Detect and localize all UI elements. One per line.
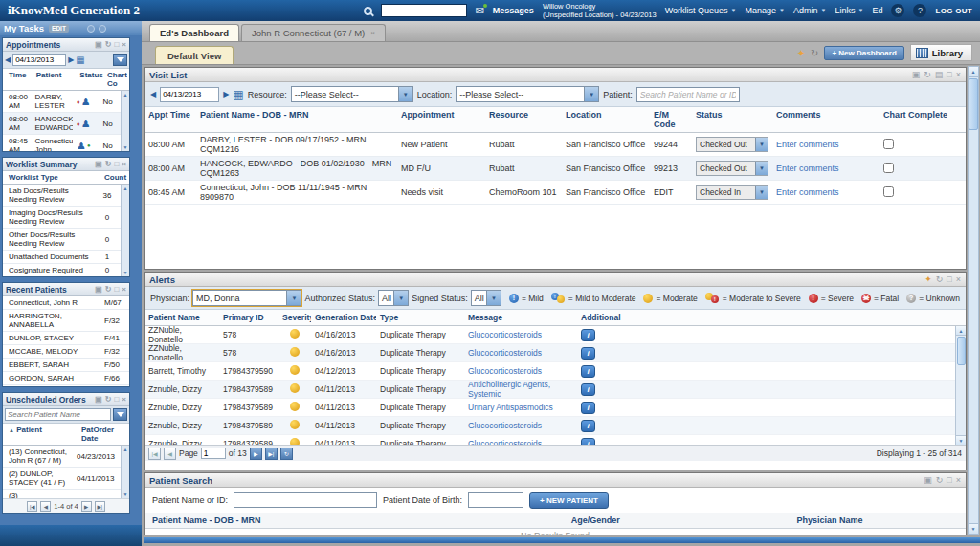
col-status[interactable]: Status: [692, 110, 772, 129]
close-icon[interactable]: ×: [122, 41, 126, 49]
scrollbar[interactable]: ▲▼: [121, 446, 129, 498]
col-patorder-date[interactable]: PatOrder Date: [78, 426, 127, 443]
logout-button[interactable]: LOG OUT: [935, 7, 972, 15]
col-patient[interactable]: ▲ Patient: [5, 426, 78, 443]
refresh-icon[interactable]: ↻: [280, 448, 293, 460]
close-icon[interactable]: ×: [956, 274, 961, 284]
alert-row[interactable]: Zznuble, Dizzy17984379589 04/11/2013Dupl…: [145, 399, 955, 417]
scrollbar-thumb[interactable]: [957, 337, 966, 365]
info-button[interactable]: i: [581, 347, 595, 360]
maximize-icon[interactable]: □: [947, 70, 951, 79]
user-menu[interactable]: Ed: [872, 6, 882, 15]
recent-patient-row[interactable]: DUNLOP, STACEYF/41: [3, 332, 129, 345]
visit-patient-search-input[interactable]: [636, 87, 740, 102]
recent-patient-row[interactable]: zzPatient, TestF/48: [3, 385, 129, 386]
calendar-icon[interactable]: ▦: [76, 55, 84, 65]
location-select[interactable]: --Please Select--▼: [456, 86, 599, 102]
visit-row[interactable]: 08:45 AM Connecticut, John - DOB 11/11/1…: [145, 181, 966, 205]
scroll-down-icon[interactable]: ▼: [969, 523, 978, 534]
resource-select[interactable]: --Please Select--▼: [291, 86, 413, 102]
scrollbar-thumb[interactable]: [969, 78, 978, 130]
unscheduled-order-row[interactable]: (2) DUNLOP, STACEY (41 / F)04/11/2013: [3, 468, 121, 490]
next-day-button[interactable]: ▶: [223, 91, 229, 98]
col-time[interactable]: Time: [5, 71, 33, 88]
col-chart-complete[interactable]: Chart Complete: [880, 110, 956, 129]
refresh-icon[interactable]: ↻: [936, 274, 944, 284]
menu-links[interactable]: Links▼: [835, 6, 863, 15]
col-additional-info[interactable]: Additional I...: [577, 313, 621, 322]
new-dashboard-button[interactable]: + New Dashboard: [824, 46, 903, 60]
physician-select[interactable]: MD, Donna▼: [192, 290, 301, 306]
worklist-row[interactable]: Other Docs/Results Needing Review0: [3, 229, 121, 251]
messages-icon[interactable]: ✉: [476, 6, 484, 16]
prev-page-button[interactable]: ◀: [40, 501, 51, 512]
col-type[interactable]: Type: [376, 313, 464, 322]
pin-icon[interactable]: ✦: [924, 274, 932, 284]
maximize-icon[interactable]: □: [114, 396, 119, 404]
next-page-button[interactable]: ▶: [250, 448, 262, 460]
maximize-icon[interactable]: □: [947, 475, 951, 485]
col-chart[interactable]: Chart Co: [103, 71, 127, 88]
col-patient-name[interactable]: Patient Name: [145, 313, 219, 322]
help-icon[interactable]: ?: [913, 4, 926, 17]
refresh-icon[interactable]: ↻: [105, 396, 112, 404]
col-appointment[interactable]: Appointment: [397, 110, 485, 129]
detach-icon[interactable]: ▣: [95, 396, 102, 404]
alert-message-link[interactable]: Glucocorticosteroids: [464, 348, 577, 358]
detach-icon[interactable]: ▣: [924, 475, 932, 485]
col-age-gender[interactable]: Age/Gender: [571, 515, 797, 525]
recent-patient-row[interactable]: Connecticut, John RM/67: [3, 296, 129, 310]
worklist-row[interactable]: Unattached Documents1: [3, 251, 121, 264]
unscheduled-order-row[interactable]: (3) HARRINGTON, ANNABELLA (32 / F)04/11/…: [3, 490, 121, 498]
maximize-icon[interactable]: □: [947, 274, 951, 284]
detach-icon[interactable]: ▣: [95, 161, 102, 168]
visit-date-input[interactable]: [160, 87, 219, 102]
col-status[interactable]: Status: [76, 71, 103, 88]
alert-message-link[interactable]: Urinary Antispasmodics: [464, 403, 577, 412]
refresh-icon[interactable]: ↻: [105, 161, 112, 168]
close-icon[interactable]: ×: [956, 70, 961, 79]
patient-name-input[interactable]: [234, 492, 377, 508]
filter-button[interactable]: [113, 54, 127, 66]
detach-icon[interactable]: ▣: [912, 70, 921, 79]
refresh-icon[interactable]: ↻: [105, 41, 112, 49]
info-button[interactable]: i: [581, 365, 595, 378]
appointment-row[interactable]: 08:45 AM Connecticut, John ♟● No: [3, 135, 121, 151]
maximize-icon[interactable]: □: [114, 286, 119, 294]
last-page-button[interactable]: ▶|: [265, 448, 278, 460]
recent-patient-row[interactable]: HARRINGTON, ANNABELLAF/32: [3, 310, 129, 332]
col-generation-date[interactable]: Generation Date ▼: [311, 313, 376, 322]
chart-complete-checkbox[interactable]: [883, 163, 894, 173]
tab-default-view[interactable]: Default View: [155, 46, 234, 64]
tab-eds-dashboard[interactable]: Ed's Dashboard: [149, 24, 239, 41]
appointment-row[interactable]: 08:00 AM DARBY, LESTER ♦♟ No: [3, 91, 121, 113]
menu-manage[interactable]: Manage▼: [746, 6, 785, 15]
info-button[interactable]: i: [581, 420, 595, 432]
prev-day-button[interactable]: ◀: [5, 56, 11, 64]
alert-row[interactable]: Zznuble, Dizzy17984379589 04/11/2013Dupl…: [145, 417, 955, 435]
alert-message-link[interactable]: Anticholinergic Agents, Systemic: [464, 380, 577, 399]
refresh-icon[interactable]: ↻: [105, 286, 112, 294]
favorite-icon[interactable]: ✦: [797, 48, 805, 58]
authorized-status-select[interactable]: All▼: [378, 290, 409, 306]
alert-message-link[interactable]: Glucocorticosteroids: [464, 330, 577, 339]
chart-complete-checkbox[interactable]: [883, 139, 894, 149]
menu-admin[interactable]: Admin▼: [793, 6, 826, 15]
prev-day-button[interactable]: ◀: [150, 91, 156, 98]
detach-icon[interactable]: ▣: [95, 41, 102, 49]
alert-row[interactable]: Zznuble, Dizzy17984379589 04/11/2013Dupl…: [145, 435, 955, 445]
edit-tasks-button[interactable]: EDIT: [49, 24, 69, 33]
col-location[interactable]: Location: [562, 110, 650, 129]
scrollbar[interactable]: ▲ ▼: [955, 326, 966, 445]
visit-row[interactable]: 08:00 AM DARBY, LESTER - DOB 09/17/1952 …: [145, 133, 966, 157]
col-severity[interactable]: Severity: [278, 313, 311, 322]
appointment-row[interactable]: 08:00 AM HANCOCK EDWARDO ♦♟ No: [3, 113, 121, 135]
recent-patient-row[interactable]: EBBERT, SARAHF/50: [3, 359, 129, 372]
col-resource[interactable]: Resource: [485, 110, 562, 129]
calendar-icon[interactable]: ▦: [233, 89, 243, 100]
col-worklist-type[interactable]: Worklist Type: [5, 173, 100, 182]
col-em-code[interactable]: E/M Code: [650, 110, 692, 129]
next-page-button[interactable]: ▶: [81, 501, 92, 512]
signed-status-select[interactable]: All▼: [471, 290, 501, 306]
recent-patient-row[interactable]: MCCABE, MELODYF/32: [3, 345, 129, 359]
